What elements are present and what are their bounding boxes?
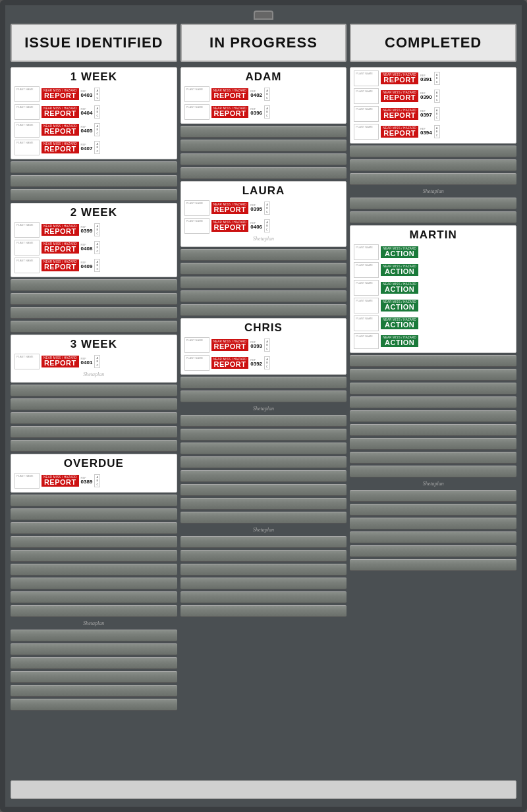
slot — [350, 396, 516, 408]
abc-box: ABC — [434, 72, 440, 85]
slot — [11, 550, 177, 562]
plant-name: PLANT NAME — [14, 240, 40, 256]
slot — [180, 536, 347, 548]
slot — [11, 412, 177, 424]
ref-box: REF 0409 — [81, 261, 93, 269]
slot — [11, 657, 177, 669]
slot — [180, 512, 347, 524]
slot — [11, 440, 177, 452]
slot — [350, 369, 516, 381]
plant-name: PLANT NAME — [354, 106, 379, 122]
report-0389: PLANT NAME NEAR MISS / HAZARD REPORT REF… — [14, 473, 173, 489]
ref-box: REF 0408 — [81, 244, 93, 252]
ref-box: REF 0401 — [81, 358, 93, 365]
slot — [180, 167, 347, 179]
group-title-3week: 3 WEEK — [14, 338, 173, 351]
report-0397: PLANT NAME NEAR MISS / HAZARD REPORT REF… — [354, 106, 513, 122]
plant-name: PLANT NAME — [354, 88, 379, 104]
report-label-red: NEAR MISS / HAZARD REPORT — [42, 224, 79, 236]
card-group-3week: 3 WEEK PLANT NAME NEAR MISS / HAZARD REP… — [11, 335, 177, 383]
brand-label: Shetaplan — [184, 236, 343, 242]
report-0402: PLANT NAME NEAR MISS / HAZARD REPORT REF… — [184, 86, 343, 102]
slot — [350, 198, 516, 209]
slot — [11, 495, 177, 506]
slot — [11, 189, 177, 201]
abc-box: ABC — [264, 88, 270, 101]
ref-box: REF 0390 — [420, 92, 432, 100]
hook-area — [11, 11, 516, 20]
report-label-green: NEAR MISS / HAZARD ACTION — [381, 282, 418, 294]
slot — [11, 578, 177, 589]
report-label-red: NEAR MISS / HAZARD REPORT — [42, 475, 79, 487]
report-0392: PLANT NAME NEAR MISS / HAZARD REPORT REF… — [184, 355, 343, 371]
slot — [11, 321, 177, 333]
report-label-red: NEAR MISS / HAZARD REPORT — [211, 106, 249, 118]
action-3: PLANT NAME NEAR MISS / HAZARD ACTION — [354, 280, 513, 296]
slot — [350, 559, 516, 571]
ref-box: REF 0397 — [420, 110, 432, 118]
slot — [180, 484, 347, 496]
slot — [11, 307, 177, 319]
hanging-hook — [254, 11, 273, 20]
group-title-overdue: OVERDUE — [14, 457, 173, 470]
slot — [350, 211, 516, 223]
plant-name: PLANT NAME — [184, 86, 209, 102]
report-0399: PLANT NAME NEAR MISS / HAZARD REPORT REF… — [14, 222, 173, 238]
report-label-red: NEAR MISS / HAZARD REPORT — [381, 90, 418, 102]
report-label-red: NEAR MISS / HAZARD REPORT — [42, 88, 79, 100]
group-title-2week: 2 WEEK — [14, 206, 173, 219]
slot — [350, 531, 516, 543]
action-2: PLANT NAME NEAR MISS / HAZARD ACTION — [354, 262, 513, 278]
slot — [180, 578, 347, 589]
report-0396: PLANT NAME NEAR MISS / HAZARD REPORT REF… — [184, 104, 343, 120]
abc-box: ABC — [264, 356, 270, 369]
slot — [180, 591, 347, 603]
slot — [11, 398, 177, 410]
abc-box: ABC — [94, 241, 100, 254]
slot — [11, 671, 177, 683]
slot — [11, 630, 177, 641]
plant-name: PLANT NAME — [354, 244, 379, 260]
report-label-red: NEAR MISS / HAZARD REPORT — [42, 356, 79, 367]
abc-box: ABC — [264, 202, 270, 215]
report-label-red: NEAR MISS / HAZARD REPORT — [211, 339, 249, 351]
slot — [350, 383, 516, 394]
brand-label-bottom: Shetaplan — [350, 481, 516, 487]
report-label-green: NEAR MISS / HAZARD ACTION — [381, 246, 418, 258]
header-issue-identified: ISSUE IDENTIFIED — [11, 24, 177, 62]
abc-box: ABC — [264, 219, 270, 232]
slot — [11, 591, 177, 603]
report-label-red: NEAR MISS / HAZARD REPORT — [211, 357, 249, 369]
report-0401: PLANT NAME NEAR MISS / HAZARD REPORT REF… — [14, 354, 173, 369]
plant-name: PLANT NAME — [184, 218, 209, 234]
plant-name: PLANT NAME — [354, 280, 379, 296]
report-0404: PLANT NAME NEAR MISS / HAZARD REPORT REF… — [14, 104, 173, 120]
ref-box: REF 0393 — [250, 341, 262, 349]
slot — [180, 377, 347, 389]
slot — [180, 249, 347, 261]
plant-name: PLANT NAME — [14, 257, 40, 273]
report-0390: PLANT NAME NEAR MISS / HAZARD REPORT REF… — [354, 88, 513, 104]
slot — [180, 140, 347, 151]
slot — [350, 438, 516, 450]
card-group-chris: CHRIS PLANT NAME NEAR MISS / HAZARD REPO… — [180, 318, 347, 375]
plant-name: PLANT NAME — [354, 333, 379, 349]
brand-label: Shetaplan — [14, 371, 173, 377]
column-completed: PLANT NAME NEAR MISS / HAZARD REPORT REF… — [350, 67, 516, 774]
slot — [350, 545, 516, 557]
slot — [11, 564, 177, 576]
slot — [11, 643, 177, 655]
bottom-bar — [11, 780, 516, 799]
slot — [11, 536, 177, 548]
slot — [180, 391, 347, 402]
abc-box: ABC — [94, 474, 100, 487]
report-0406: PLANT NAME NEAR MISS / HAZARD REPORT REF… — [184, 218, 343, 234]
brand-label-bottom: Shetaplan — [180, 527, 347, 533]
abc-box: ABC — [94, 223, 100, 236]
report-0403: PLANT NAME NEAR MISS / HAZARD REPORT REF… — [14, 86, 173, 102]
report-label-red: NEAR MISS / HAZARD REPORT — [381, 108, 418, 120]
abc-box: ABC — [264, 338, 270, 352]
plant-name: PLANT NAME — [14, 354, 40, 369]
plant-name: PLANT NAME — [184, 355, 209, 371]
header-completed: COMPLETED — [350, 24, 516, 62]
